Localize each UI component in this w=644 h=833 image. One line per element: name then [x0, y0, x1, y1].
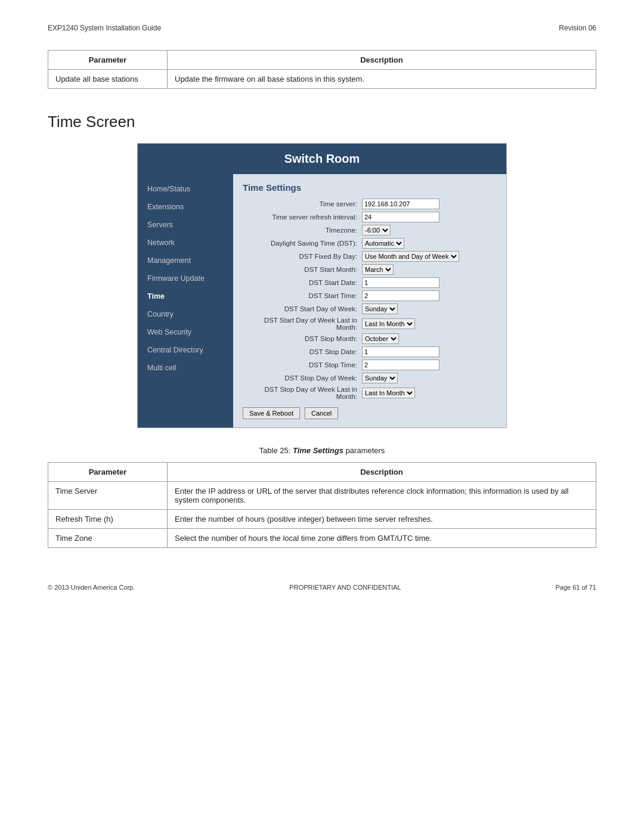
switch-room-layout: Home/StatusExtensionsServersNetworkManag… [138, 174, 506, 428]
form-row: Daylight Saving Time (DST):Automatic [243, 238, 497, 249]
form-select[interactable]: Use Month and Day of Week [362, 251, 459, 262]
form-input[interactable] [362, 290, 439, 301]
bottom-table-col-desc: Description [168, 463, 596, 482]
form-input[interactable] [362, 212, 439, 222]
sr-sidebar: Home/StatusExtensionsServersNetworkManag… [138, 174, 233, 428]
sr-body: Time Settings Time server:Time server re… [233, 174, 506, 428]
cancel-button[interactable]: Cancel [305, 407, 338, 419]
form-row: Time server refresh interval: [243, 212, 497, 222]
form-value[interactable]: Last In Month [362, 388, 497, 398]
form-value[interactable]: March [362, 264, 497, 275]
sidebar-item-time[interactable]: Time [138, 287, 233, 305]
form-label: Time server: [243, 200, 362, 208]
form-value[interactable]: Sunday [362, 304, 497, 314]
header-left: EXP1240 System Installation Guide [48, 24, 161, 32]
form-row: DST Start Day of Week:Sunday [243, 304, 497, 314]
sidebar-item-country[interactable]: Country [138, 305, 233, 323]
footer-center: PROPRIETARY AND CONFIDENTIAL [289, 584, 401, 591]
table-cell-desc: Select the number of hours the local tim… [168, 529, 596, 548]
form-value[interactable]: Automatic [362, 238, 497, 249]
form-label: DST Fixed By Day: [243, 253, 362, 260]
form-value[interactable] [362, 346, 497, 357]
table-caption-suffix: parameters [343, 446, 385, 455]
table-caption-italic: Time Settings [293, 446, 343, 455]
table-cell-param: Update all base stations [48, 70, 168, 89]
form-row: DST Stop Time: [243, 360, 497, 370]
doc-footer: © 2013 Uniden America Corp. PROPRIETARY … [48, 584, 596, 591]
form-select[interactable]: -6:00 [362, 225, 391, 236]
form-input[interactable] [362, 199, 439, 209]
form-label: DST Stop Date: [243, 348, 362, 355]
sidebar-item-web-security[interactable]: Web Security [138, 323, 233, 341]
form-label: DST Start Date: [243, 279, 362, 286]
form-select[interactable]: Last In Month [362, 388, 415, 398]
form-row: DST Start Day of Week Last in Month:Last… [243, 317, 497, 331]
top-param-table: Parameter Description Update all base st… [48, 50, 596, 89]
form-label: DST Start Day of Week: [243, 305, 362, 312]
sidebar-item-servers[interactable]: Servers [138, 216, 233, 234]
form-input[interactable] [362, 360, 439, 370]
form-label: DST Start Time: [243, 292, 362, 299]
sr-buttons: Save & RebootCancel [243, 407, 497, 419]
form-select[interactable]: Automatic [362, 238, 404, 249]
top-table-col-desc: Description [168, 51, 596, 70]
sidebar-item-home-status[interactable]: Home/Status [138, 180, 233, 198]
sidebar-item-firmware-update[interactable]: Firmware Update [138, 270, 233, 287]
form-value[interactable]: October [362, 333, 497, 344]
sr-body-title: Time Settings [243, 182, 497, 193]
bottom-table-col-param: Parameter [48, 463, 168, 482]
switch-room-wrapper: Switch Room Home/StatusExtensionsServers… [137, 143, 507, 428]
table-row: Update all base stationsUpdate the firmw… [48, 70, 596, 89]
sidebar-item-multi-cell[interactable]: Multi cell [138, 359, 233, 377]
form-value[interactable] [362, 290, 497, 301]
form-input[interactable] [362, 346, 439, 357]
table-cell-desc: Enter the number of hours (positive inte… [168, 510, 596, 529]
form-row: DST Stop Date: [243, 346, 497, 357]
sidebar-item-management[interactable]: Management [138, 252, 233, 270]
form-select[interactable]: Sunday [362, 373, 398, 383]
header-right: Revision 06 [559, 24, 596, 32]
form-select[interactable]: March [362, 264, 394, 275]
form-row: DST Fixed By Day:Use Month and Day of We… [243, 251, 497, 262]
form-value[interactable]: -6:00 [362, 225, 497, 236]
form-row: Timezone:-6:00 [243, 225, 497, 236]
form-value[interactable] [362, 277, 497, 288]
table-cell-param: Refresh Time (h) [48, 510, 168, 529]
form-value[interactable] [362, 360, 497, 370]
table-caption-prefix: Table 25: [259, 446, 293, 455]
form-value[interactable]: Use Month and Day of Week [362, 251, 497, 262]
table-caption: Table 25: Time Settings parameters [48, 446, 596, 455]
section-title: Time Screen [48, 113, 596, 131]
doc-header: EXP1240 System Installation Guide Revisi… [48, 24, 596, 32]
table-cell-param: Time Zone [48, 529, 168, 548]
form-label: DST Stop Day of Week Last in Month: [243, 386, 362, 400]
form-value[interactable]: Sunday [362, 373, 497, 383]
sidebar-item-extensions[interactable]: Extensions [138, 198, 233, 216]
form-select[interactable]: October [362, 333, 399, 344]
form-row: DST Stop Month:October [243, 333, 497, 344]
save---reboot-button[interactable]: Save & Reboot [243, 407, 300, 419]
form-label: Daylight Saving Time (DST): [243, 240, 362, 247]
table-row: Time ZoneSelect the number of hours the … [48, 529, 596, 548]
table-cell-param: Time Server [48, 482, 168, 510]
form-row: DST Start Date: [243, 277, 497, 288]
form-label: DST Stop Month: [243, 335, 362, 342]
sidebar-item-central-directory[interactable]: Central Directory [138, 341, 233, 359]
form-input[interactable] [362, 277, 439, 288]
form-row: DST Stop Day of Week Last in Month:Last … [243, 386, 497, 400]
bottom-param-table: Parameter Description Time ServerEnter t… [48, 462, 596, 548]
form-value[interactable] [362, 212, 497, 222]
form-label: DST Stop Time: [243, 361, 362, 368]
footer-right: Page 61 of 71 [555, 584, 596, 591]
form-select[interactable]: Last In Month [362, 318, 415, 329]
table-cell-desc: Update the firmware on all base stations… [168, 70, 596, 89]
sidebar-item-network[interactable]: Network [138, 234, 233, 252]
form-label: Time server refresh interval: [243, 213, 362, 221]
sr-fields: Time server:Time server refresh interval… [243, 199, 497, 400]
form-row: DST Start Month:March [243, 264, 497, 275]
form-value[interactable] [362, 199, 497, 209]
form-value[interactable]: Last In Month [362, 318, 497, 329]
table-row: Time ServerEnter the IP address or URL o… [48, 482, 596, 510]
form-select[interactable]: Sunday [362, 304, 398, 314]
table-cell-desc: Enter the IP address or URL of the serve… [168, 482, 596, 510]
